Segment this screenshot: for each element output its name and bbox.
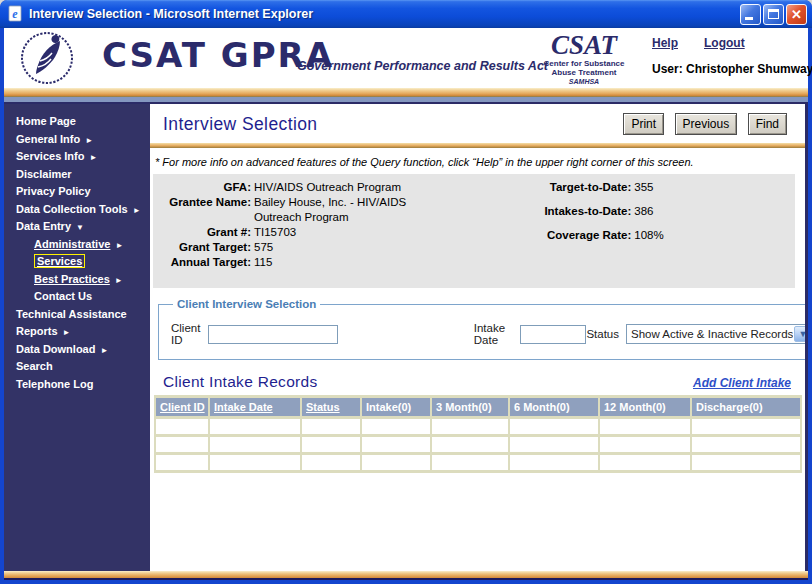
sidebar-item-label: Data Download xyxy=(16,343,95,355)
filter-row: Client ID Intake Date Status Show Active… xyxy=(171,318,808,346)
client-interview-selection-fieldset: Client Interview Selection Client ID Int… xyxy=(158,298,808,360)
sidebar-item-technical-assistance[interactable]: Technical Assistance xyxy=(4,306,150,324)
page: CSAT GPRA Government Performance and Res… xyxy=(4,28,808,580)
table-row xyxy=(156,419,800,434)
table-row xyxy=(156,455,800,470)
sidebar-item-label: Contact Us xyxy=(34,290,92,302)
window-title: Interview Selection - Microsoft Internet… xyxy=(29,7,738,21)
sidebar-item-privacy-policy[interactable]: Privacy Policy xyxy=(4,183,150,201)
column-header-intake-0: Intake(0) xyxy=(362,398,430,416)
csat-logo-line1: Center for Substance xyxy=(538,60,630,68)
gpra-tagline: Government Performance and Results Act xyxy=(297,59,548,73)
footer-bar xyxy=(4,571,808,580)
site-header: CSAT GPRA Government Performance and Res… xyxy=(4,28,808,88)
triangle-right-icon: ► xyxy=(115,276,123,285)
table-cell xyxy=(210,455,300,470)
sidebar-item-label: Telephone Log xyxy=(16,378,93,390)
header-divider-bar xyxy=(4,88,808,97)
status-select-value: Show Active & Inactive Records xyxy=(627,328,793,340)
sidebar-item-search[interactable]: Search xyxy=(4,358,150,376)
status-label: Status xyxy=(586,328,619,340)
table-cell xyxy=(302,455,360,470)
toolbar: Print Previous Find xyxy=(617,113,787,135)
close-button[interactable]: ✕ xyxy=(786,4,807,25)
table-cell xyxy=(362,419,430,434)
sidebar-item-data-collection-tools[interactable]: Data Collection Tools► xyxy=(4,201,150,219)
logout-link[interactable]: Logout xyxy=(704,36,745,50)
sidebar-item-contact-us[interactable]: Contact Us xyxy=(4,288,150,306)
sidebar-item-home-page[interactable]: Home Page xyxy=(4,113,150,131)
column-header-intake-date[interactable]: Intake Date xyxy=(210,398,300,416)
minimize-icon xyxy=(745,17,753,20)
info-value: 386 xyxy=(634,204,653,219)
content-body: Home PageGeneral Info►Services Info►Disc… xyxy=(4,104,808,571)
help-note: * For more info on advanced features of … xyxy=(150,153,805,174)
minimize-button[interactable] xyxy=(740,4,761,25)
column-header-status[interactable]: Status xyxy=(302,398,360,416)
info-value: TI15703 xyxy=(254,225,296,240)
records-header-row: Client IDIntake DateStatusIntake(0)3 Mon… xyxy=(156,398,800,416)
sidebar-item-data-entry[interactable]: Data Entry▼ xyxy=(4,218,150,236)
triangle-right-icon: ► xyxy=(89,153,97,162)
sidebar-item-telephone-log[interactable]: Telephone Log xyxy=(4,376,150,394)
records-header: Client Intake Records Add Client Intake xyxy=(150,373,805,395)
user-label: User: Christopher Shumway xyxy=(652,62,812,76)
main-content: Interview Selection Print Previous Find … xyxy=(150,104,808,571)
window-frame: CSAT GPRA Government Performance and Res… xyxy=(0,28,812,584)
sidebar-item-label: Services xyxy=(34,254,85,268)
client-id-input[interactable] xyxy=(208,325,338,344)
sidebar-item-label: Technical Assistance xyxy=(16,308,127,320)
sidebar-item-general-info[interactable]: General Info► xyxy=(4,131,150,149)
table-cell xyxy=(692,437,800,452)
help-link[interactable]: Help xyxy=(652,36,678,50)
sidebar-item-label: Home Page xyxy=(16,115,76,127)
table-cell xyxy=(156,419,208,434)
previous-button[interactable]: Previous xyxy=(675,113,738,135)
table-cell xyxy=(156,437,208,452)
intake-records-table: Client IDIntake DateStatusIntake(0)3 Mon… xyxy=(154,395,802,473)
info-row: Intakes-to-Date:386 xyxy=(503,204,785,219)
sidebar-item-administrative[interactable]: Administrative► xyxy=(4,236,150,254)
table-cell xyxy=(432,455,508,470)
info-value: HIV/AIDS Outreach Program xyxy=(254,180,401,195)
grant-info-right: Target-to-Date:355Intakes-to-Date:386Cov… xyxy=(503,180,785,270)
table-cell xyxy=(692,455,800,470)
maximize-button[interactable] xyxy=(763,4,784,25)
table-cell xyxy=(432,419,508,434)
sidebar-item-services[interactable]: Services xyxy=(4,253,150,271)
chevron-down-icon[interactable]: ▼ xyxy=(794,326,808,342)
title-rule xyxy=(150,143,805,148)
csat-center-logo: CSAT Center for Substance Abuse Treatmen… xyxy=(538,32,630,85)
column-header-discharge-0: Discharge(0) xyxy=(692,398,800,416)
column-header-6-month-0: 6 Month(0) xyxy=(510,398,598,416)
find-button[interactable]: Find xyxy=(748,113,787,135)
sidebar-item-reports[interactable]: Reports► xyxy=(4,323,150,341)
table-cell xyxy=(362,437,430,452)
column-header-client-id[interactable]: Client ID xyxy=(156,398,208,416)
content-top-strip xyxy=(4,97,808,104)
sidebar-item-label: Privacy Policy xyxy=(16,185,91,197)
info-row: Annual Target:115 xyxy=(159,255,503,270)
intake-date-input[interactable] xyxy=(520,325,586,344)
svg-text:e: e xyxy=(12,7,18,21)
info-label: Annual Target: xyxy=(159,255,251,270)
sidebar-item-label: Reports xyxy=(16,325,58,337)
triangle-right-icon: ► xyxy=(63,328,71,337)
records-table-body xyxy=(156,419,800,470)
info-label: Coverage Rate: xyxy=(503,228,631,243)
info-row: Grant Target:575 xyxy=(159,240,503,255)
sidebar-item-services-info[interactable]: Services Info► xyxy=(4,148,150,166)
info-label: Grant Target: xyxy=(159,240,251,255)
sidebar-item-data-download[interactable]: Data Download► xyxy=(4,341,150,359)
info-value: 115 xyxy=(254,255,272,270)
info-label: Target-to-Date: xyxy=(503,180,631,195)
status-select[interactable]: Show Active & Inactive Records ▼ xyxy=(626,324,808,344)
table-cell xyxy=(432,437,508,452)
add-client-intake-link[interactable]: Add Client Intake xyxy=(693,376,791,390)
internet-explorer-icon: e xyxy=(6,5,24,23)
sidebar-item-best-practices[interactable]: Best Practices► xyxy=(4,271,150,289)
sidebar-item-disclaimer[interactable]: Disclaimer xyxy=(4,166,150,184)
sidebar-item-label: Best Practices xyxy=(34,273,110,285)
print-button[interactable]: Print xyxy=(623,113,664,135)
table-cell xyxy=(210,419,300,434)
